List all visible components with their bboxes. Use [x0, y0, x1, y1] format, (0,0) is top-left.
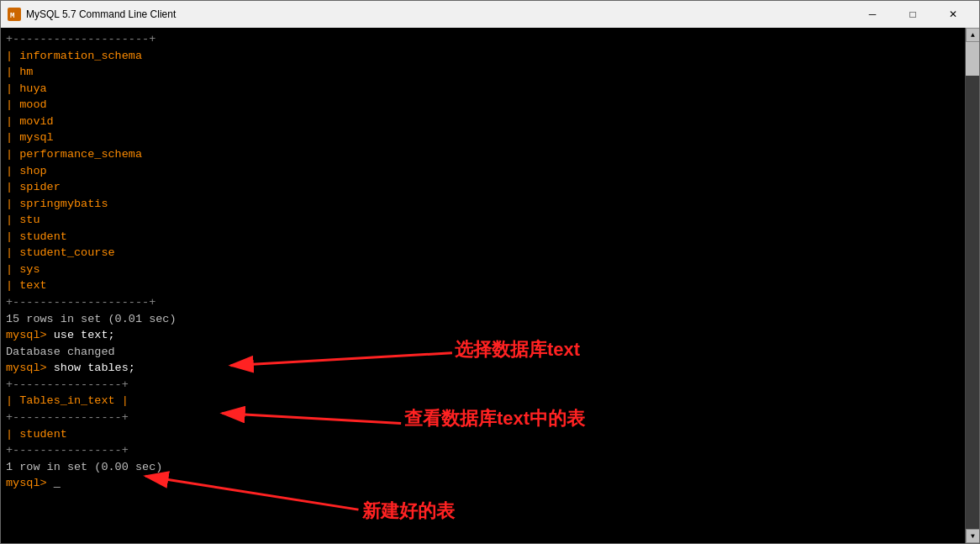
terminal-line: | hm — [6, 64, 960, 81]
terminal-line: | mood — [6, 97, 960, 114]
terminal-line: +--------------------+ — [6, 294, 960, 311]
title-bar: M MySQL 5.7 Command Line Client ─ □ ✕ — [1, 1, 979, 28]
terminal-line: | information_schema — [6, 48, 960, 65]
scroll-track[interactable] — [966, 42, 979, 529]
annotation-select-db: 选择数据库text — [455, 337, 580, 362]
terminal-line: | stu — [6, 212, 960, 229]
terminal-area: +--------------------+| information_sche… — [1, 28, 979, 543]
terminal-line: +----------------+ — [6, 377, 960, 393]
window-title: MySQL 5.7 Command Line Client — [26, 8, 853, 20]
maximize-button[interactable]: □ — [893, 1, 932, 28]
terminal-line: mysql> _ — [6, 475, 960, 492]
terminal-line: 1 row in set (0.00 sec) — [6, 459, 960, 476]
terminal-line: | springmybatis — [6, 196, 960, 213]
terminal-line: | spider — [6, 179, 960, 196]
annotation-show-tables: 查看数据库text中的表 — [404, 406, 585, 431]
scroll-up-button[interactable]: ▲ — [966, 28, 979, 42]
terminal-line: | movid — [6, 114, 960, 130]
app-icon: M — [8, 8, 21, 21]
terminal-line: +----------------+ — [6, 442, 960, 459]
terminal-line: | shop — [6, 163, 960, 180]
terminal-line: | huya — [6, 81, 960, 98]
terminal-line: | student — [6, 229, 960, 246]
terminal-line: | text — [6, 277, 960, 294]
close-button[interactable]: ✕ — [934, 1, 972, 28]
svg-text:M: M — [10, 12, 14, 20]
window-controls: ─ □ ✕ — [853, 1, 972, 28]
terminal-content[interactable]: +--------------------+| information_sche… — [1, 28, 965, 543]
scroll-down-button[interactable]: ▼ — [966, 529, 979, 543]
terminal-line: | performance_schema — [6, 146, 960, 163]
minimize-button[interactable]: ─ — [853, 1, 892, 28]
scrollbar[interactable]: ▲ ▼ — [965, 28, 979, 543]
terminal-line: mysql> show tables; — [6, 360, 960, 377]
terminal-line: | sys — [6, 261, 960, 278]
terminal-line: | mysql — [6, 129, 960, 146]
terminal-line: +--------------------+ — [6, 31, 960, 48]
scroll-thumb[interactable] — [966, 42, 979, 76]
terminal-line: 15 rows in set (0.01 sec) — [6, 311, 960, 328]
terminal-line: | student_course — [6, 245, 960, 261]
annotation-new-table: 新建好的表 — [362, 499, 455, 524]
mysql-window: M MySQL 5.7 Command Line Client ─ □ ✕ +-… — [0, 0, 980, 544]
